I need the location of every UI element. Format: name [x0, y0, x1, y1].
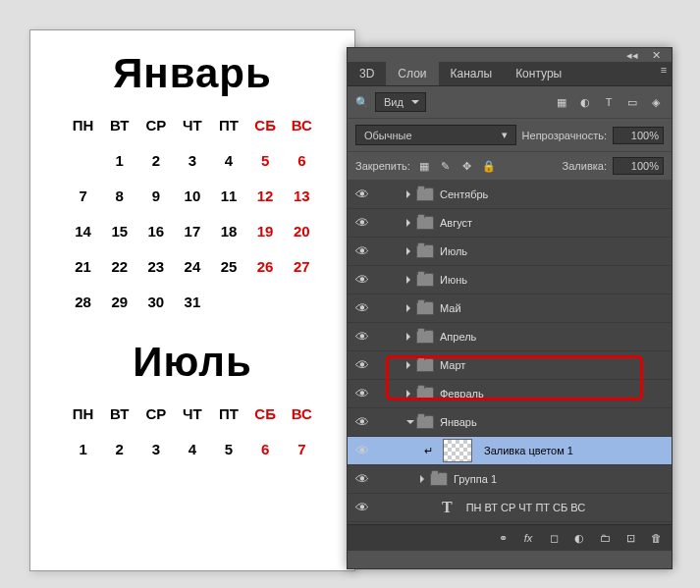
opacity-label: Непрозрачность:: [522, 130, 607, 141]
layer-name[interactable]: Январь: [440, 416, 477, 428]
filter-shape-icon[interactable]: ▭: [624, 94, 640, 110]
layer-name[interactable]: Август: [440, 217, 472, 229]
filter-pixel-icon[interactable]: ▦: [554, 94, 569, 110]
folder-icon: [416, 273, 434, 287]
layer-name[interactable]: Июнь: [440, 274, 467, 286]
month-title-january: Январь: [30, 50, 354, 97]
opacity-input[interactable]: [613, 127, 664, 144]
blend-mode-select[interactable]: Обычные▾: [355, 125, 516, 145]
layer-row[interactable]: 👁Февраль: [348, 380, 672, 408]
layer-fx-icon[interactable]: fx: [520, 530, 536, 546]
calendar-january: ПН ВТ СР ЧТ ПТ СБ ВС 123456 78910111213 …: [65, 107, 320, 319]
disclosure-triangle-icon[interactable]: [406, 333, 414, 341]
layer-name[interactable]: Заливка цветом 1: [484, 445, 573, 456]
visibility-icon[interactable]: 👁: [351, 357, 373, 373]
layer-row[interactable]: 👁Июль: [348, 238, 672, 266]
visibility-icon[interactable]: 👁: [351, 414, 373, 430]
layer-name[interactable]: ПН ВТ СР ЧТ ПТ СБ ВС: [466, 502, 586, 513]
fill-input[interactable]: [613, 157, 664, 175]
tab-3d[interactable]: 3D: [348, 62, 386, 85]
visibility-icon[interactable]: 👁: [351, 443, 373, 458]
layer-row[interactable]: 👁Июнь: [348, 266, 672, 294]
add-mask-icon[interactable]: ◻: [546, 530, 562, 546]
filter-smart-icon[interactable]: ◈: [648, 94, 664, 110]
lock-transparent-icon[interactable]: ▦: [416, 158, 432, 174]
visibility-icon[interactable]: 👁: [351, 300, 373, 316]
visibility-icon[interactable]: 👁: [351, 215, 373, 231]
visibility-icon[interactable]: 👁: [351, 243, 373, 259]
lock-all-icon[interactable]: 🔒: [481, 158, 497, 174]
disclosure-triangle-icon[interactable]: [420, 475, 428, 483]
layer-row[interactable]: 👁Май: [348, 294, 672, 323]
delete-layer-icon[interactable]: 🗑: [648, 530, 664, 546]
tab-channels[interactable]: Каналы: [439, 62, 505, 85]
filter-text-icon[interactable]: T: [601, 94, 617, 110]
layer-row[interactable]: 👁Март: [348, 351, 672, 380]
folder-icon: [416, 216, 434, 230]
layer-row[interactable]: 👁Группа 1: [348, 465, 672, 494]
fill-label: Заливка:: [563, 160, 607, 172]
panel-titlebar: ◂◂ ✕: [348, 48, 672, 62]
new-group-icon[interactable]: 🗀: [597, 530, 613, 546]
folder-icon: [416, 330, 434, 344]
weekday-header: ПН ВТ СР ЧТ ПТ СБ ВС: [65, 396, 320, 431]
disclosure-triangle-icon[interactable]: [406, 420, 414, 428]
lock-paint-icon[interactable]: ✎: [438, 158, 454, 174]
folder-icon: [416, 387, 434, 401]
layer-row[interactable]: 👁↵Заливка цветом 1: [348, 437, 672, 465]
disclosure-triangle-icon[interactable]: [406, 361, 414, 369]
add-adjustment-icon[interactable]: ◐: [571, 530, 587, 546]
layers-panel: ◂◂ ✕ 3D Слои Каналы Контуры ≡ 🔍 Вид ▦ ◐ …: [347, 47, 673, 569]
lock-move-icon[interactable]: ✥: [459, 158, 475, 174]
disclosure-triangle-icon[interactable]: [406, 247, 414, 255]
month-title-july: Июль: [30, 339, 354, 386]
layer-row[interactable]: 👁TПН ВТ СР ЧТ ПТ СБ ВС: [348, 494, 672, 522]
disclosure-triangle-icon[interactable]: [406, 190, 414, 198]
layer-name[interactable]: Сентябрь: [440, 188, 488, 200]
layer-name[interactable]: Март: [440, 359, 465, 371]
blend-row: Обычные▾ Непрозрачность:: [348, 119, 672, 152]
layers-list: 👁Сентябрь👁Август👁Июль👁Июнь👁Май👁Апрель👁Ма…: [348, 181, 672, 524]
layer-name[interactable]: Июль: [440, 245, 467, 257]
panel-menu-icon[interactable]: ≡: [656, 62, 672, 78]
disclosure-triangle-icon[interactable]: [406, 276, 414, 284]
visibility-icon[interactable]: 👁: [351, 500, 373, 515]
document-canvas[interactable]: Январь ПН ВТ СР ЧТ ПТ СБ ВС 123456 78910…: [29, 29, 355, 571]
link-layers-icon[interactable]: ⚭: [495, 530, 511, 546]
folder-icon: [416, 415, 434, 429]
filter-row: 🔍 Вид ▦ ◐ T ▭ ◈: [348, 86, 672, 119]
weekday-header: ПН ВТ СР ЧТ ПТ СБ ВС: [65, 107, 320, 142]
layer-name[interactable]: Группа 1: [454, 473, 497, 485]
lock-label: Закрепить:: [355, 160, 410, 172]
visibility-icon[interactable]: 👁: [351, 187, 373, 202]
collapse-icon[interactable]: ◂◂: [624, 47, 640, 63]
layer-row[interactable]: 👁Август: [348, 209, 672, 238]
disclosure-triangle-icon[interactable]: [406, 219, 414, 227]
folder-icon: [416, 187, 434, 201]
visibility-icon[interactable]: 👁: [351, 272, 373, 288]
layer-row[interactable]: 👁Сентябрь: [348, 181, 672, 209]
tab-layers[interactable]: Слои: [386, 62, 438, 85]
panel-tabs: 3D Слои Каналы Контуры ≡: [348, 62, 672, 86]
visibility-icon[interactable]: 👁: [351, 386, 373, 401]
layer-name[interactable]: Апрель: [440, 331, 476, 343]
folder-icon: [416, 244, 434, 258]
new-layer-icon[interactable]: ⊡: [622, 530, 638, 546]
layer-row[interactable]: 👁Апрель: [348, 323, 672, 351]
clip-indicator-icon: ↵: [424, 445, 433, 457]
layer-thumbnail[interactable]: [443, 439, 472, 462]
disclosure-triangle-icon[interactable]: [406, 304, 414, 312]
layer-name[interactable]: Май: [440, 302, 461, 314]
visibility-icon[interactable]: 👁: [351, 329, 373, 345]
panel-footer: ⚭ fx ◻ ◐ 🗀 ⊡ 🗑: [348, 524, 672, 551]
text-layer-icon: T: [442, 499, 453, 516]
filter-adjust-icon[interactable]: ◐: [577, 94, 593, 110]
lock-row: Закрепить: ▦ ✎ ✥ 🔒 Заливка:: [348, 152, 672, 181]
layer-row[interactable]: 👁Январь: [348, 408, 672, 437]
visibility-icon[interactable]: 👁: [351, 471, 373, 487]
close-icon[interactable]: ✕: [648, 47, 664, 63]
filter-type-select[interactable]: Вид: [375, 92, 426, 112]
tab-paths[interactable]: Контуры: [504, 62, 573, 85]
layer-name[interactable]: Февраль: [440, 388, 484, 400]
disclosure-triangle-icon[interactable]: [406, 390, 414, 398]
